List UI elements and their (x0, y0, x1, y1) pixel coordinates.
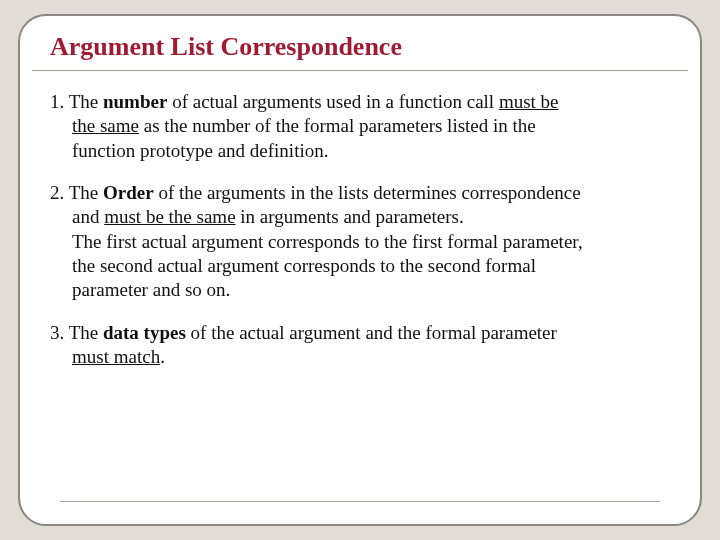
slide-card: Argument List Correspondence 1. The numb… (18, 14, 702, 526)
text-bold: data types (103, 322, 186, 343)
slide-title: Argument List Correspondence (48, 30, 672, 68)
text: of the actual argument and the formal pa… (186, 322, 557, 343)
item-number: 3. (50, 322, 69, 343)
item-line: must match. (50, 345, 670, 369)
item-line: parameter and so on. (50, 278, 670, 302)
text: The (69, 322, 103, 343)
text: . (160, 346, 165, 367)
text-bold: number (103, 91, 167, 112)
text: The (69, 182, 103, 203)
text: in arguments and parameters. (236, 206, 464, 227)
text: of actual arguments used in a function c… (167, 91, 499, 112)
text: as the number of the formal parameters l… (139, 115, 536, 136)
bottom-divider (60, 501, 660, 502)
item-line: function prototype and definition. (50, 139, 670, 163)
item-line: the same as the number of the formal par… (50, 114, 670, 138)
title-divider (32, 70, 688, 71)
text: of the arguments in the lists determines… (154, 182, 581, 203)
item-line: the second actual argument corresponds t… (50, 254, 670, 278)
list-item-3: 3. The data types of the actual argument… (50, 321, 670, 370)
text-underline: must match (72, 346, 160, 367)
slide-body: 1. The number of actual arguments used i… (50, 90, 670, 387)
list-item-2: 2. The Order of the arguments in the lis… (50, 181, 670, 303)
text: and (72, 206, 104, 227)
text-underline: must be (499, 91, 559, 112)
item-number: 2. (50, 182, 69, 203)
text-underline: the same (72, 115, 139, 136)
item-line: The first actual argument corresponds to… (50, 230, 670, 254)
text: The (69, 91, 103, 112)
list-item-1: 1. The number of actual arguments used i… (50, 90, 670, 163)
text-bold: Order (103, 182, 154, 203)
item-line: and must be the same in arguments and pa… (50, 205, 670, 229)
text-underline: must be the same (104, 206, 235, 227)
item-number: 1. (50, 91, 69, 112)
